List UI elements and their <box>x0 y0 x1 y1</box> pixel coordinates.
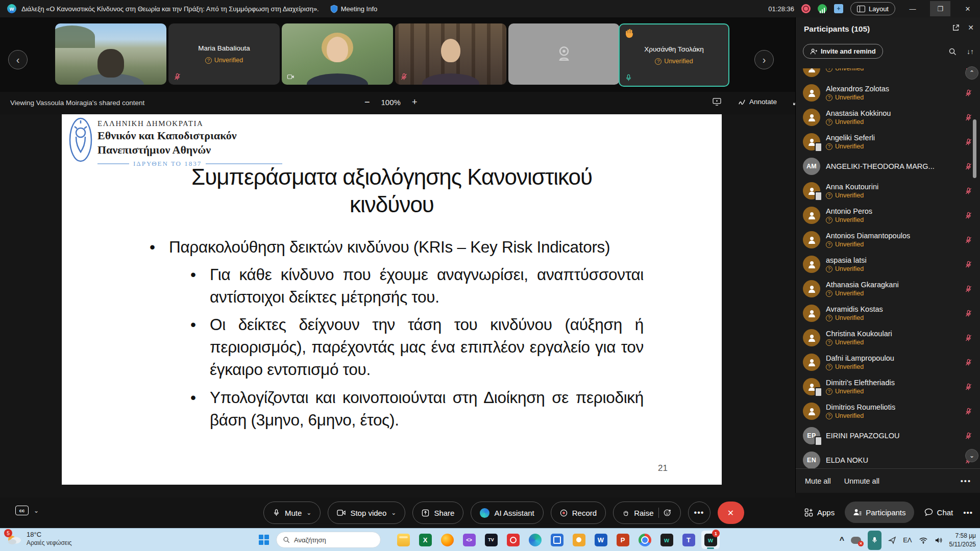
mute-all-button[interactable]: Mute all <box>805 477 831 485</box>
participant-row[interactable]: Athanasia Gkaragkani ?Unverified <box>796 277 980 301</box>
raise-hand-button[interactable]: Raise <box>613 502 680 524</box>
participant-row[interactable]: Dimitri's Eleftheriadis ?Unverified <box>796 374 980 399</box>
restore-button[interactable]: ❐ <box>930 1 950 16</box>
chevron-down-icon[interactable]: ⌄ <box>34 507 39 514</box>
taskbar-file-explorer-icon[interactable] <box>394 531 412 549</box>
participant-row[interactable]: Alexandros Zolotas ?Unverified <box>796 81 980 105</box>
closed-captions-button[interactable]: cc ⌄ <box>15 506 39 515</box>
panel-close-icon[interactable]: ✕ <box>968 23 974 32</box>
participant-row[interactable]: AM ANGELIKI-THEODORA MARG... <box>796 154 980 179</box>
participant-row[interactable]: aspasia latsi ?Unverified <box>796 252 980 277</box>
search-input[interactable]: Αναζήτηση <box>276 532 381 548</box>
taskbar-firefox-icon[interactable] <box>438 531 456 549</box>
taskbar-edge-icon[interactable] <box>526 531 544 549</box>
meeting-info-button[interactable]: Meeting Info <box>330 5 378 13</box>
video-tile-1[interactable] <box>55 23 166 85</box>
participant-row[interactable]: Anna Koutourini ?Unverified <box>796 179 980 203</box>
connection-quality-icon[interactable] <box>818 4 827 13</box>
participant-row[interactable]: Dimitrios Roumeliotis ?Unverified <box>796 399 980 423</box>
participant-row[interactable]: Anastasia Kokkinou ?Unverified <box>796 105 980 130</box>
taskbar-webex-icon[interactable]: w <box>657 531 676 549</box>
participant-status: ?Unverified <box>826 290 899 297</box>
zoom-in-button[interactable]: + <box>412 97 418 108</box>
participant-row[interactable]: Dafni iLampropoulou ?Unverified <box>796 350 980 374</box>
avatar-initials: EP <box>803 427 820 444</box>
location-arrow-icon[interactable] <box>888 536 896 544</box>
taskbar-code-app-icon[interactable]: <> <box>460 531 478 549</box>
video-tile-4[interactable] <box>395 23 506 85</box>
webcam-placeholder-icon <box>554 44 574 63</box>
scroll-up-button[interactable]: ⌃ <box>965 66 978 80</box>
mic-in-use-indicator[interactable] <box>868 531 881 550</box>
share-button[interactable]: Share <box>412 502 463 524</box>
muted-mic-icon <box>965 138 972 146</box>
tray-expand-chevron-icon[interactable]: ^ <box>840 536 844 545</box>
video-tile-6-active-speaker[interactable]: Χρυσάνθη Τσολάκη ?Unverified <box>619 23 729 87</box>
participants-more-button[interactable]: ••• <box>961 477 971 485</box>
scroll-down-button[interactable]: ⌄ <box>965 449 978 462</box>
ai-assistant-button[interactable]: AI Assistant <box>471 502 543 524</box>
person-icon <box>806 308 817 319</box>
panel-more-button[interactable]: ••• <box>963 508 973 517</box>
participant-row[interactable]: EN ELDA NOKU <box>796 448 980 468</box>
person-icon <box>806 284 817 294</box>
recording-indicator-icon[interactable] <box>801 4 811 13</box>
onedrive-error-icon[interactable]: ✕ <box>851 537 861 544</box>
participant-row[interactable]: EP EIRINI PAPAZOGLOU <box>796 423 980 448</box>
participant-row[interactable]: Avramidis Kostas ?Unverified <box>796 301 980 325</box>
taskbar-weather-widget[interactable]: 5 18°C Αραιές νεφώσεις <box>5 530 72 547</box>
sort-icon[interactable]: ↓↑ <box>967 47 974 56</box>
annotate-button[interactable]: Annotate <box>749 98 777 106</box>
filmstrip-prev-button[interactable]: ‹ <box>8 50 28 69</box>
pop-out-icon[interactable] <box>952 24 960 32</box>
close-button[interactable]: ✕ <box>958 1 978 16</box>
start-button[interactable] <box>258 534 270 546</box>
invite-and-remind-button[interactable]: Invite and remind <box>803 44 883 59</box>
taskbar-teams-icon[interactable]: T <box>679 531 698 549</box>
zoom-out-button[interactable]: − <box>364 97 370 108</box>
display-icon[interactable] <box>713 98 721 106</box>
stop-video-button[interactable]: Stop video⌄ <box>328 502 405 524</box>
chat-bubble-icon <box>924 508 933 516</box>
speaker-icon[interactable] <box>935 537 943 544</box>
wifi-icon[interactable] <box>919 537 928 544</box>
taskbar-yellow-app-icon[interactable] <box>570 531 588 549</box>
participants-list[interactable]: ?Unverified Alexandros Zolotas ?Unverifi… <box>796 68 980 468</box>
meeting-controls-bar: cc ⌄ Mute⌄ Stop video⌄ Share AI Assistan… <box>0 497 980 528</box>
more-options-button[interactable]: ••• <box>688 502 710 524</box>
taskbar-tradingview-icon[interactable]: TV <box>482 531 500 549</box>
notes-icon[interactable]: + <box>834 4 843 13</box>
video-tile-2[interactable]: Maria Babaliouta ?Unverified <box>168 23 280 85</box>
reactions-smiley-icon[interactable] <box>664 509 672 517</box>
video-tile-5[interactable] <box>508 23 620 85</box>
layout-button[interactable]: Layout <box>850 2 895 15</box>
taskbar-clock[interactable]: 7:58 μμ 5/11/2025 <box>949 532 976 548</box>
participant-row[interactable]: Antonio Peros ?Unverified <box>796 203 980 228</box>
participant-row[interactable]: ?Unverified <box>796 68 980 81</box>
leave-meeting-button[interactable]: ✕ <box>718 502 744 524</box>
chat-button[interactable]: Chat <box>924 508 953 517</box>
participant-row[interactable]: Angeliki Seferli ?Unverified <box>796 130 980 154</box>
mute-button[interactable]: Mute⌄ <box>263 502 321 524</box>
unmute-all-button[interactable]: Unmute all <box>844 477 879 485</box>
language-indicator[interactable]: ΕΛ <box>903 536 912 544</box>
participant-row[interactable]: Antonios Diamantopoulos ?Unverified <box>796 228 980 252</box>
slide-page-number: 21 <box>658 463 668 473</box>
filmstrip-next-button[interactable]: › <box>754 50 774 69</box>
search-icon[interactable] <box>948 47 957 56</box>
taskbar-excel-icon[interactable]: X <box>416 531 434 549</box>
record-button[interactable]: Record <box>551 502 606 524</box>
participant-row[interactable]: Christina Koukoulari ?Unverified <box>796 325 980 350</box>
video-tile-3[interactable] <box>282 23 393 85</box>
apps-button[interactable]: Apps <box>804 508 835 517</box>
taskbar-blue-app-icon[interactable] <box>548 531 566 549</box>
participants-toggle-button[interactable]: Participants <box>845 502 914 523</box>
minimize-button[interactable]: — <box>902 1 923 16</box>
taskbar-red-app-icon[interactable] <box>504 531 522 549</box>
taskbar-webex-meeting-icon[interactable]: w1 <box>701 531 720 549</box>
taskbar-chrome-icon[interactable] <box>635 531 654 549</box>
title-bar: w Διάλεξη «Ο Κανονιστικός Κίνδυνος στη Θ… <box>0 0 980 17</box>
scrollbar-thumb[interactable] <box>973 119 976 178</box>
taskbar-word-icon[interactable]: W <box>592 531 610 549</box>
taskbar-powerpoint-icon[interactable]: P <box>614 531 632 549</box>
